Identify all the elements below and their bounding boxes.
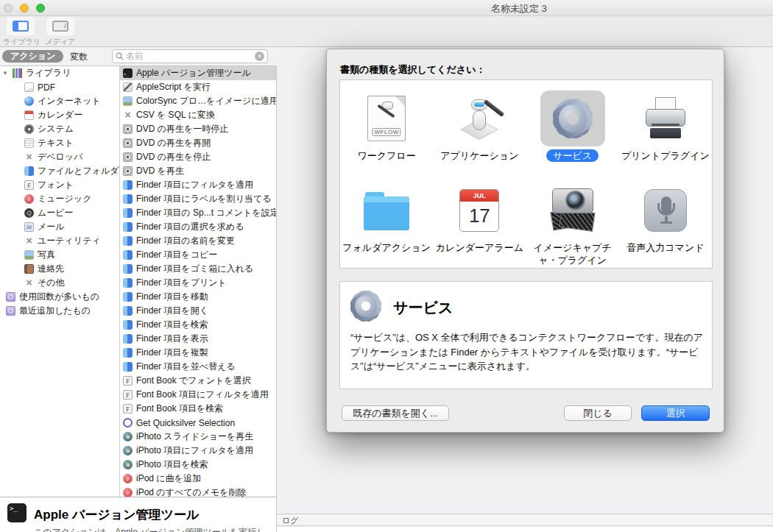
finder-icon — [123, 292, 133, 302]
pdf-icon — [24, 82, 34, 92]
template-info-description: “サービス”は、OS X 全体で利用できるコンテクストワークフローです。現在のア… — [350, 330, 705, 374]
actions-list: Apple バージョン管理ツール AppleScript を実行 ColorSy… — [120, 66, 277, 497]
action-row[interactable]: Finder 項目の名前を変更 — [120, 234, 276, 248]
action-row[interactable]: Finder 項目を並べ替える — [120, 360, 276, 374]
quicksilver-icon — [123, 418, 133, 428]
title-bar[interactable]: 名称未設定 3 — [0, 0, 773, 16]
sidebar-item-most-used[interactable]: 使用回数が多いもの — [0, 290, 119, 304]
action-row[interactable]: Finder 項目をゴミ箱に入れる — [120, 262, 276, 276]
template-image-capture-plugin[interactable]: イメージキャプチャ・プラグイン — [526, 177, 619, 269]
log-bar[interactable]: ログ — [277, 514, 773, 526]
choose-button[interactable]: 選択 — [641, 405, 710, 421]
action-row[interactable]: Finder 項目を検索 — [120, 318, 276, 332]
template-workflow[interactable]: WFLOW ワークフロー — [340, 85, 433, 177]
action-row[interactable]: Get Quicksilver Selection — [120, 416, 276, 430]
template-folder-action[interactable]: フォルダアクション — [340, 177, 433, 269]
action-row[interactable]: Finder 項目をプリント — [120, 276, 276, 290]
photo-icon — [123, 96, 133, 106]
sidebar-item-text[interactable]: テキスト — [0, 136, 119, 150]
action-row[interactable]: Finder 項目をコピー — [120, 248, 276, 262]
action-row[interactable]: Font Book でフォントを選択 — [120, 374, 276, 388]
action-row[interactable]: Finder 項目にフィルタを適用 — [120, 178, 276, 192]
action-row[interactable]: iPhoto 項目にフィルタを適用 — [120, 444, 276, 458]
sidebar-item-internet[interactable]: インターネット — [0, 94, 119, 108]
action-row[interactable]: Font Book 項目にフィルタを適用 — [120, 388, 276, 402]
action-row[interactable]: ColorSync プロ…をイメージに適用 — [120, 94, 276, 108]
search-input[interactable]: 名前 × — [112, 49, 268, 63]
disclosure-triangle-icon[interactable]: ▼ — [1, 70, 9, 77]
action-row[interactable]: DVD の再生を停止 — [120, 150, 276, 164]
action-row[interactable]: Finder 項目を複製 — [120, 346, 276, 360]
action-row[interactable]: AppleScript を実行 — [120, 80, 276, 94]
action-row[interactable]: Apple バージョン管理ツール — [120, 66, 276, 80]
gear-icon — [549, 95, 596, 142]
action-row[interactable]: Font Book 項目を検索 — [120, 402, 276, 416]
iphoto-icon — [123, 432, 133, 441]
sidebar-item-other[interactable]: その他 — [0, 276, 119, 290]
music-note-icon — [123, 488, 133, 497]
open-existing-document-button[interactable]: 既存の書類を開く... — [342, 405, 449, 421]
sidebar-item-files-folders[interactable]: ファイルとフォルダ — [0, 164, 119, 178]
music-note-icon — [123, 474, 133, 483]
sidebar-item-contacts[interactable]: 連絡先 — [0, 262, 119, 276]
action-row[interactable]: iPhoto スライドショーを再生 — [120, 430, 276, 444]
sidebar-item-utilities[interactable]: ユーティリティ — [0, 234, 119, 248]
action-row[interactable]: DVD の再生を再開 — [120, 136, 276, 150]
action-row[interactable]: iPhoto 項目を検索 — [120, 458, 276, 472]
sidebar-item-library[interactable]: ▼ライブラリ — [0, 66, 119, 80]
crossed-tools-icon — [24, 236, 34, 246]
action-row[interactable]: Finder 項目を表示 — [120, 332, 276, 346]
music-note-icon — [24, 194, 34, 204]
action-row[interactable]: iPod のすべてのメモを削除 — [120, 486, 276, 497]
sidebar-item-mail[interactable]: メール — [0, 220, 119, 234]
library-toolbar-button[interactable]: ライブラリ — [3, 17, 38, 47]
calendar-small-icon — [24, 110, 34, 120]
close-button[interactable] — [4, 4, 13, 13]
action-row[interactable]: Finder 項目にラベルを割り当てる — [120, 192, 276, 206]
sidebar-item-system[interactable]: システム — [0, 122, 119, 136]
action-row[interactable]: Finder 項目の選択を求める — [120, 220, 276, 234]
crossed-tools-icon — [24, 152, 34, 162]
finder-icon — [123, 348, 133, 358]
media-toolbar-button[interactable]: メディア — [43, 17, 78, 47]
clear-search-icon[interactable]: × — [255, 52, 264, 61]
sidebar-item-movies[interactable]: ムービー — [0, 206, 119, 220]
sidebar-item-photos[interactable]: 写真 — [0, 248, 119, 262]
template-dictation-command[interactable]: 音声入力コマンド — [619, 177, 712, 269]
tab-actions[interactable]: アクション — [2, 50, 63, 63]
sidebar-item-fonts[interactable]: フォント — [0, 178, 119, 192]
folder-icon — [364, 196, 409, 230]
sidebar-item-pdf[interactable]: PDF — [0, 80, 119, 94]
crossed-tools-icon — [123, 110, 133, 120]
library-button-label: ライブラリ — [3, 37, 38, 47]
gear-icon — [347, 288, 384, 324]
template-service[interactable]: サービス — [526, 85, 619, 177]
action-row[interactable]: Finder 項目の Sp...t コメントを設定 — [120, 206, 276, 220]
sidebar-item-developer[interactable]: デベロッパ — [0, 150, 119, 164]
minimize-button[interactable] — [20, 4, 29, 13]
template-print-plugin[interactable]: プリントプラグイン — [619, 85, 712, 177]
action-row[interactable]: DVD を再生 — [120, 164, 276, 178]
action-row[interactable]: Finder 項目を開く — [120, 304, 276, 318]
close-dialog-button[interactable]: 閉じる — [564, 405, 632, 421]
crossed-tools-icon — [24, 278, 34, 288]
smart-folder-icon — [6, 306, 15, 316]
action-row[interactable]: iPod に曲を追加 — [120, 472, 276, 486]
finder-icon — [123, 180, 133, 190]
sidebar-item-music[interactable]: ミュージック — [0, 192, 119, 206]
text-doc-icon — [24, 138, 34, 148]
action-row[interactable]: DVD の再生を一時停止 — [120, 122, 276, 136]
quicktime-icon — [24, 208, 34, 218]
action-row[interactable]: Finder 項目を移動 — [120, 290, 276, 304]
library-sidebar: ▼ライブラリ PDF インターネット カレンダー システム テキスト デベロッパ… — [0, 66, 120, 497]
finder-icon — [123, 278, 133, 288]
sidebar-item-calendar[interactable]: カレンダー — [0, 108, 119, 122]
action-row[interactable]: CSV を SQL に変換 — [120, 108, 276, 122]
template-info-title: サービス — [393, 298, 453, 318]
template-application[interactable]: アプリケーション — [433, 85, 526, 177]
template-calendar-alarm[interactable]: JUL 17 カレンダーアラーム — [433, 177, 526, 269]
zoom-button[interactable] — [36, 4, 45, 13]
tab-variables[interactable]: 変数 — [70, 51, 88, 63]
sidebar-item-recently-added[interactable]: 最近追加したもの — [0, 304, 119, 318]
action-detail-panel: >_ Apple バージョン管理ツール このアクションは、Apple バージョン… — [0, 497, 277, 532]
